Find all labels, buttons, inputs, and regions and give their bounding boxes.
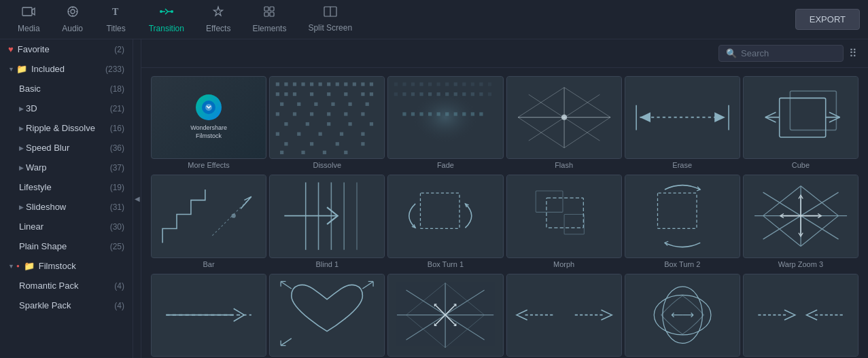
grid-item-evaporate2[interactable]: Evaporate 2: [625, 274, 740, 358]
3d-arrow-icon[interactable]: ▶: [19, 105, 24, 112]
heart-icon: ♥: [8, 44, 14, 54]
grid-item-fade[interactable]: Fade: [387, 76, 503, 172]
sidebar-item-lifestyle[interactable]: Lifestyle (19): [0, 177, 133, 197]
export-button[interactable]: EXPORT: [795, 9, 860, 30]
grid-item-bar[interactable]: Bar: [151, 175, 266, 270]
sidebar-item-warp[interactable]: ▶ Warp (37): [0, 158, 133, 177]
svg-rect-98: [471, 112, 474, 115]
sidebar-favorite-count: (2): [114, 45, 124, 54]
sidebar-item-linear[interactable]: Linear (30): [0, 217, 133, 236]
svg-rect-7: [270, 7, 274, 11]
sidebar-collapse-handle[interactable]: ◀: [133, 39, 141, 358]
toolbar-elements[interactable]: Elements: [243, 1, 296, 37]
svg-rect-77: [394, 92, 398, 96]
svg-rect-0: [22, 7, 32, 16]
grid-item-dissolve[interactable]: Dissolve: [269, 76, 385, 172]
svg-rect-73: [463, 82, 466, 86]
grid-item-morph[interactable]: Morph: [506, 175, 622, 270]
grid-item-boxturn2[interactable]: Box Turn 2: [625, 175, 740, 270]
toolbar-effects[interactable]: Effects: [196, 1, 240, 37]
slideshow-arrow-icon[interactable]: ▶: [19, 204, 24, 211]
search-input[interactable]: [741, 48, 836, 58]
svg-rect-76: [488, 82, 491, 86]
svg-rect-33: [370, 92, 373, 96]
fade-thumb: [387, 76, 503, 159]
flash-label: Flash: [506, 159, 622, 172]
sidebar-item-romantic[interactable]: Romantic Pack (4): [0, 276, 133, 296]
sidebar-lifestyle-label: Lifestyle: [19, 182, 107, 192]
grid-item-blind1[interactable]: Blind 1: [269, 175, 385, 270]
toolbar-audio[interactable]: Audio: [52, 1, 93, 37]
svg-point-89: [413, 92, 477, 142]
sidebar-item-sparkle[interactable]: Sparkle Pack (4): [0, 296, 133, 315]
ripple-arrow-icon[interactable]: ▶: [19, 125, 24, 132]
grid-item-more-effects[interactable]: WondershareFilmstock More Effects: [151, 76, 266, 172]
sidebar-item-basic[interactable]: Basic (18): [0, 79, 133, 99]
sidebar-item-slideshow[interactable]: ▶ Slideshow (31): [0, 197, 133, 217]
svg-text:T: T: [112, 7, 119, 17]
transition-icon: [160, 5, 173, 21]
svg-rect-88: [488, 92, 491, 96]
included-folder-icon: 📁: [16, 64, 27, 74]
svg-rect-72: [454, 82, 457, 86]
grid-item-colsplit[interactable]: Col Split: [506, 274, 622, 358]
grid-item-warpzoom3[interactable]: Warp Zoom 3: [743, 175, 858, 270]
svg-rect-27: [284, 92, 288, 96]
grid-item-boxturn1[interactable]: Box Turn 1: [387, 175, 503, 270]
svg-rect-52: [297, 132, 300, 136]
sidebar-filmstock-label: Filmstock: [39, 261, 124, 271]
warp-arrow-icon[interactable]: ▶: [19, 164, 24, 171]
toolbar: Media Audio T Titles Transition Effects …: [0, 0, 868, 39]
svg-rect-48: [327, 122, 330, 126]
grid-item-cube[interactable]: Cube: [743, 76, 858, 172]
toolbar-titles[interactable]: T Titles: [96, 1, 137, 37]
sidebar-linear-label: Linear: [19, 221, 107, 232]
grid-scroll[interactable]: WondershareFilmstock More Effects: [141, 68, 868, 358]
toolbar-transition[interactable]: Transition: [139, 1, 194, 37]
svg-rect-39: [366, 103, 369, 106]
svg-rect-97: [463, 112, 466, 115]
sidebar-item-favorite[interactable]: ♥ Favorite (2): [0, 39, 133, 59]
grid-item-warpzoom6[interactable]: Warp Zoom 6: [387, 274, 503, 358]
filmstock-dot-icon: ●: [16, 263, 20, 269]
svg-rect-8: [264, 12, 268, 16]
svg-rect-31: [344, 92, 347, 96]
grid-view-icon[interactable]: ⠿: [849, 47, 857, 60]
toolbar-splitscreen[interactable]: Split Screen: [298, 2, 362, 37]
svg-rect-70: [437, 82, 440, 86]
toolbar-media[interactable]: Media: [8, 1, 50, 37]
sidebar-item-ripple[interactable]: ▶ Ripple & Dissolve (16): [0, 118, 133, 138]
sidebar-item-filmstock[interactable]: ▼ ● 📁 Filmstock: [0, 256, 133, 276]
sidebar-romantic-label: Romantic Pack: [19, 281, 111, 291]
grid-item-heart[interactable]: Heart: [269, 274, 385, 358]
included-collapse-icon[interactable]: ▼: [8, 66, 14, 73]
sidebar-favorite-label: Favorite: [18, 44, 112, 54]
search-box[interactable]: 🔍: [718, 45, 844, 62]
warpzoom3-thumb: [743, 175, 858, 257]
speedblur-arrow-icon[interactable]: ▶: [19, 145, 24, 151]
grid-item-colmerge[interactable]: Col Merge: [743, 274, 858, 358]
filmstock-collapse-icon[interactable]: ▼: [8, 263, 14, 270]
grid-item-erase[interactable]: Erase: [625, 76, 740, 172]
svg-rect-40: [276, 112, 279, 115]
svg-rect-61: [302, 151, 305, 154]
sidebar-item-plainshape[interactable]: Plain Shape (25): [0, 236, 133, 256]
svg-rect-79: [411, 92, 415, 96]
collapse-chevron-icon: ◀: [135, 195, 140, 202]
svg-rect-24: [361, 82, 364, 86]
svg-rect-86: [471, 92, 474, 96]
sidebar-item-3d[interactable]: ▶ 3D (21): [0, 99, 133, 118]
effects-icon: [212, 5, 224, 21]
bar-thumb: [151, 175, 266, 257]
grid-item-eraseslide[interactable]: Erase Slide: [151, 274, 266, 358]
grid-item-flash[interactable]: Flash: [506, 76, 622, 172]
sidebar-item-speedblur[interactable]: ▶ Speed Blur (36): [0, 138, 133, 158]
dissolve-thumb: [269, 76, 385, 159]
svg-point-5: [171, 10, 173, 13]
media-label: Media: [18, 24, 40, 33]
blind1-label: Blind 1: [269, 258, 385, 271]
svg-rect-80: [420, 92, 423, 96]
svg-rect-69: [428, 82, 432, 86]
sidebar-item-included[interactable]: ▼ 📁 Included (233): [0, 59, 133, 79]
svg-rect-30: [327, 92, 330, 96]
